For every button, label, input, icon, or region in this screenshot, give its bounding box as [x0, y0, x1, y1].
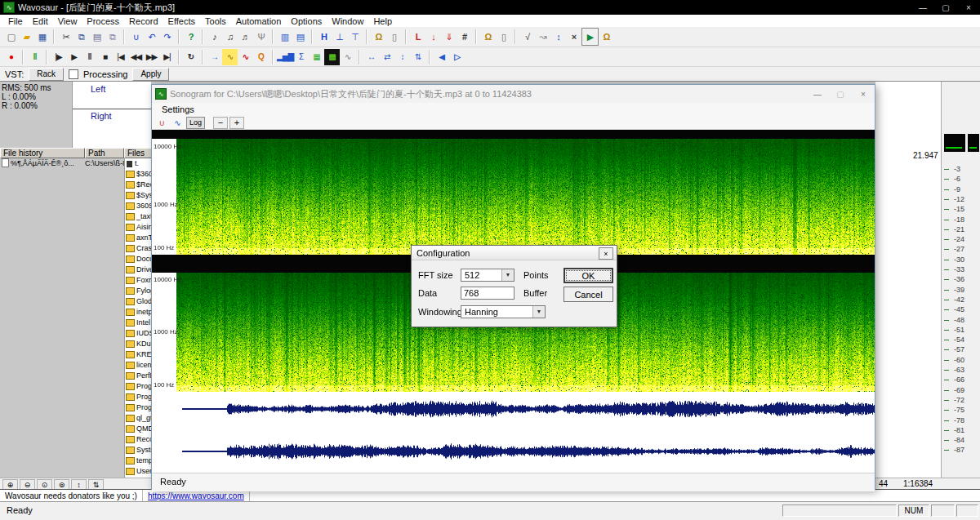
files-item[interactable]: Foxma... [125, 275, 152, 286]
apply-button[interactable]: Apply [132, 68, 169, 81]
files-item[interactable]: Crash... [125, 243, 152, 254]
menu-file[interactable]: File [3, 16, 28, 26]
midi-keyboard-icon[interactable]: ♫ [222, 29, 238, 45]
pencil-wave-icon[interactable]: ∿ [340, 49, 355, 65]
go-start-icon[interactable]: |◀ [113, 49, 128, 65]
redo-icon[interactable]: ↷ [159, 29, 175, 45]
marker-h-icon[interactable]: H [316, 29, 332, 45]
files-item[interactable]: $Rec... [125, 180, 152, 190]
files-item[interactable]: QMD... [125, 424, 152, 434]
sonogram-minimize-icon[interactable]: — [806, 85, 829, 103]
close-icon[interactable]: × [957, 0, 980, 15]
lock2-icon[interactable]: Ω [480, 29, 496, 45]
zoom-in-button[interactable]: + [229, 117, 244, 129]
help-icon[interactable]: ? [183, 29, 198, 45]
rewind-icon[interactable]: ◀◀ [128, 49, 144, 65]
sine-wave-icon[interactable]: ∿ [171, 117, 185, 128]
chevron-down-icon[interactable]: ▼ [501, 269, 514, 281]
files-item[interactable]: Docu... [125, 254, 152, 264]
file-history-header[interactable]: File history [0, 148, 85, 158]
sonogram-titlebar[interactable]: ∿ Sonogram for C:\Users\嗯嗯\Desktop\日常文件\… [152, 85, 875, 104]
copy-special-icon[interactable]: ⧉ [105, 29, 120, 45]
data-input[interactable] [461, 287, 514, 300]
paste-icon[interactable]: ▤ [89, 29, 105, 45]
open-file-icon[interactable]: ▰ [19, 29, 34, 45]
draw-wave-icon[interactable]: ∿ [222, 49, 238, 65]
windowing-select[interactable]: Hanning ▼ [461, 305, 546, 318]
menu-tools[interactable]: Tools [200, 16, 231, 26]
files-item[interactable]: 360S... [125, 201, 152, 211]
files-item[interactable]: inetpu... [125, 307, 152, 318]
statistics-icon[interactable]: Σ [293, 49, 309, 65]
menu-settings[interactable]: Settings [158, 104, 198, 114]
dialog-titlebar[interactable]: Configuration [412, 246, 617, 260]
waveform-overview-right[interactable] [182, 442, 875, 461]
files-item[interactable]: KREG... [125, 349, 152, 360]
channel-mix-icon[interactable]: ▤ [292, 29, 308, 45]
wavosaur-link[interactable]: https://www.wavosaur.com [148, 491, 244, 500]
h-zoom-out-icon[interactable]: ↔ [363, 49, 379, 65]
menu-edit[interactable]: Edit [28, 16, 53, 26]
processing-checkbox[interactable] [69, 69, 78, 79]
pause-icon[interactable]: ‖ [82, 49, 97, 65]
files-item[interactable]: Intel [125, 318, 152, 328]
snap-magnet-icon[interactable]: ∪ [128, 29, 144, 45]
files-item[interactable]: t. [125, 158, 152, 169]
marker-up-icon[interactable]: ⊤ [347, 29, 363, 45]
ok-button[interactable]: OK [564, 268, 613, 283]
prev-marker-icon[interactable]: ◀ [434, 49, 449, 65]
freeze-icon[interactable]: # [457, 29, 472, 45]
q-tool-icon[interactable]: Q [253, 49, 269, 65]
v-arrows-icon[interactable]: ↕ [550, 29, 566, 45]
record-append-icon[interactable]: ‖ [27, 49, 42, 65]
new-file-icon[interactable]: ▢ [3, 29, 19, 45]
menu-process[interactable]: Process [82, 16, 124, 26]
files-item[interactable]: _taxU... [125, 211, 152, 222]
remove-x-icon[interactable]: × [566, 29, 581, 45]
files-item[interactable]: Progr... [125, 381, 152, 392]
files-item[interactable]: axnTe... [125, 233, 152, 243]
fft-size-select[interactable]: 512 ▼ [461, 269, 514, 282]
log-scale-toggle[interactable]: Log [186, 117, 205, 129]
files-item[interactable]: IUDS... [125, 328, 152, 339]
dialog-close-icon[interactable]: × [599, 247, 613, 260]
v-zoom-icon[interactable]: ↕ [394, 49, 410, 65]
snap-icon[interactable]: ∪ [155, 117, 169, 128]
minimize-icon[interactable]: — [911, 0, 934, 15]
rack-button[interactable]: Rack [29, 68, 64, 81]
chevron-down-icon[interactable]: ▼ [532, 306, 545, 318]
menu-help[interactable]: Help [368, 16, 397, 26]
menu-record[interactable]: Record [124, 16, 163, 26]
menu-effects[interactable]: Effects [163, 16, 200, 26]
files-item[interactable]: Reco... [125, 434, 152, 445]
save-file-icon[interactable]: ▦ [34, 29, 50, 45]
menu-view[interactable]: View [53, 16, 82, 26]
audition-icon[interactable]: ♪ [207, 29, 222, 45]
cancel-button[interactable]: Cancel [564, 287, 613, 302]
maximize-icon[interactable]: ▢ [934, 0, 957, 15]
play-cursor-red-icon[interactable]: ↓ [425, 29, 441, 45]
zoom-out-button[interactable]: − [213, 117, 228, 129]
loop-l-icon[interactable]: L [410, 29, 425, 45]
path-header[interactable]: Path [85, 148, 124, 158]
sonogram-close-icon[interactable]: × [852, 85, 875, 103]
files-item[interactable]: ql_gt... [125, 413, 152, 424]
spectrum-analysis-icon[interactable]: ▂▅▇ [277, 49, 293, 65]
red-wave-icon[interactable]: ∿ [238, 49, 253, 65]
files-item[interactable]: PerfL... [125, 371, 152, 381]
files-item[interactable]: Syste... [125, 445, 152, 456]
marker-down-icon[interactable]: ⊥ [332, 29, 347, 45]
record-icon[interactable]: ● [3, 49, 19, 65]
midi-settings-icon[interactable]: ♬ [238, 29, 253, 45]
next-marker-icon[interactable]: ▷ [449, 49, 465, 65]
files-item[interactable]: KDub... [125, 339, 152, 349]
cut-icon[interactable]: ✂ [58, 29, 74, 45]
copy-icon[interactable]: ⧉ [74, 29, 89, 45]
play-icon[interactable]: ▶ [66, 49, 82, 65]
files-item[interactable]: $SysR... [125, 190, 152, 201]
files-header[interactable]: Files [124, 148, 152, 158]
h-zoom-in-icon[interactable]: ⇄ [379, 49, 394, 65]
loop-playback-icon[interactable]: ↻ [183, 49, 198, 65]
tuning-fork-icon[interactable]: Ψ [253, 29, 269, 45]
grid-view-icon[interactable]: ▦ [309, 49, 324, 65]
